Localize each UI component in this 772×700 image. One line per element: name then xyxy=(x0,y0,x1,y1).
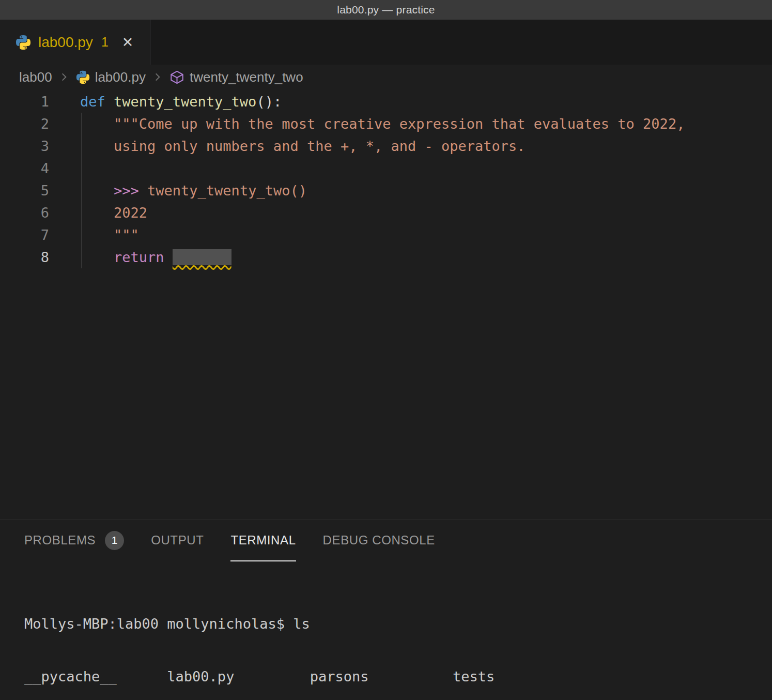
python-icon xyxy=(76,70,90,84)
code-line: 6 2022 xyxy=(0,202,772,224)
tab-debug-console[interactable]: DEBUG CONSOLE xyxy=(323,520,435,561)
window-title: lab00.py — practice xyxy=(337,4,435,16)
symbol-method-icon xyxy=(169,70,184,85)
token-docstring: using only numbers and the +, *, and - o… xyxy=(80,138,526,154)
code-line: 2 """Come up with the most creative expr… xyxy=(0,113,772,135)
code-line: 4 xyxy=(0,157,772,179)
panel-tab-bar: PROBLEMS 1 OUTPUT TERMINAL DEBUG CONSOLE xyxy=(0,520,772,561)
tab-problems-label: PROBLEMS xyxy=(24,533,96,547)
code-line: 8 return xyxy=(0,246,772,268)
tab-debug-console-label: DEBUG CONSOLE xyxy=(323,533,435,547)
token-doctest-prompt: >>> xyxy=(114,182,139,199)
breadcrumb: lab00 lab00.py twenty_twenty_two xyxy=(0,65,772,89)
tab-problems[interactable]: PROBLEMS 1 xyxy=(24,520,124,561)
token-indent xyxy=(80,182,114,199)
breadcrumb-symbol-label: twenty_twenty_two xyxy=(190,69,303,85)
titlebar: lab00.py — practice xyxy=(0,0,772,20)
terminal-line: Mollys-MBP:lab00 mollynicholas$ ls xyxy=(24,615,772,633)
token-docstring: twenty_twenty_two() xyxy=(139,182,307,199)
indent-guide xyxy=(81,113,82,268)
breadcrumb-file-label: lab00.py xyxy=(95,69,146,85)
code-line: 1 def twenty_twenty_two(): xyxy=(0,90,772,113)
problems-count-badge: 1 xyxy=(105,531,124,550)
breadcrumb-folder-label: lab00 xyxy=(19,69,52,85)
code-line: 3 using only numbers and the +, *, and -… xyxy=(0,135,772,157)
terminal-line: __pycache__ lab00.py parsons tests xyxy=(24,668,772,686)
tab-lab00[interactable]: lab00.py 1 ✕ xyxy=(0,20,151,65)
tab-filename: lab00.py xyxy=(38,34,93,51)
code-text[interactable]: using only numbers and the +, *, and - o… xyxy=(49,135,526,157)
token-space xyxy=(164,249,173,265)
terminal[interactable]: Mollys-MBP:lab00 mollynicholas$ ls __pyc… xyxy=(0,561,772,700)
tab-terminal-label: TERMINAL xyxy=(230,533,296,547)
code-text[interactable]: 2022 xyxy=(49,202,147,224)
code-line: 5 >>> twenty_twenty_two() xyxy=(0,179,772,202)
token-keyword: def xyxy=(80,94,114,110)
chevron-right-icon xyxy=(152,71,163,83)
line-number: 1 xyxy=(0,90,49,113)
bottom-panel: PROBLEMS 1 OUTPUT TERMINAL DEBUG CONSOLE… xyxy=(0,520,772,700)
line-number: 4 xyxy=(0,157,49,179)
chevron-right-icon xyxy=(58,71,70,83)
line-number: 6 xyxy=(0,202,49,224)
python-icon xyxy=(16,35,31,50)
tab-bar: lab00.py 1 ✕ xyxy=(0,20,772,65)
token-return-keyword: return xyxy=(114,249,164,265)
code-text[interactable]: return xyxy=(49,246,231,268)
code-text[interactable]: >>> twenty_twenty_two() xyxy=(49,179,307,202)
tab-output[interactable]: OUTPUT xyxy=(151,520,204,561)
tab-problems-badge: 1 xyxy=(101,35,109,50)
token-docstring: """Come up with the most creative expres… xyxy=(80,116,685,132)
line-number: 7 xyxy=(0,224,49,246)
breadcrumb-item-folder[interactable]: lab00 xyxy=(19,69,52,85)
editor[interactable]: 1 def twenty_twenty_two(): 2 """Come up … xyxy=(0,89,772,520)
line-number: 3 xyxy=(0,135,49,157)
code-text[interactable]: """ xyxy=(49,224,139,246)
token-indent xyxy=(80,249,114,265)
token-punctuation: (): xyxy=(256,94,282,110)
code-text[interactable] xyxy=(49,157,80,179)
code-text[interactable]: def twenty_twenty_two(): xyxy=(49,90,282,113)
line-number: 2 xyxy=(0,113,49,135)
tab-output-label: OUTPUT xyxy=(151,533,204,547)
close-icon[interactable]: ✕ xyxy=(122,34,134,51)
token-docstring: """ xyxy=(80,227,139,243)
snippet-placeholder[interactable] xyxy=(173,249,231,265)
line-number: 5 xyxy=(0,179,49,202)
tab-terminal[interactable]: TERMINAL xyxy=(230,520,296,561)
breadcrumb-item-symbol[interactable]: twenty_twenty_two xyxy=(169,69,303,85)
code-text[interactable]: """Come up with the most creative expres… xyxy=(49,113,685,135)
token-function-name: twenty_twenty_two xyxy=(114,94,256,110)
line-number-current: 8 xyxy=(0,246,49,268)
code-line: 7 """ xyxy=(0,224,772,246)
breadcrumb-item-file[interactable]: lab00.py xyxy=(76,69,146,85)
token-docstring: 2022 xyxy=(80,205,147,221)
